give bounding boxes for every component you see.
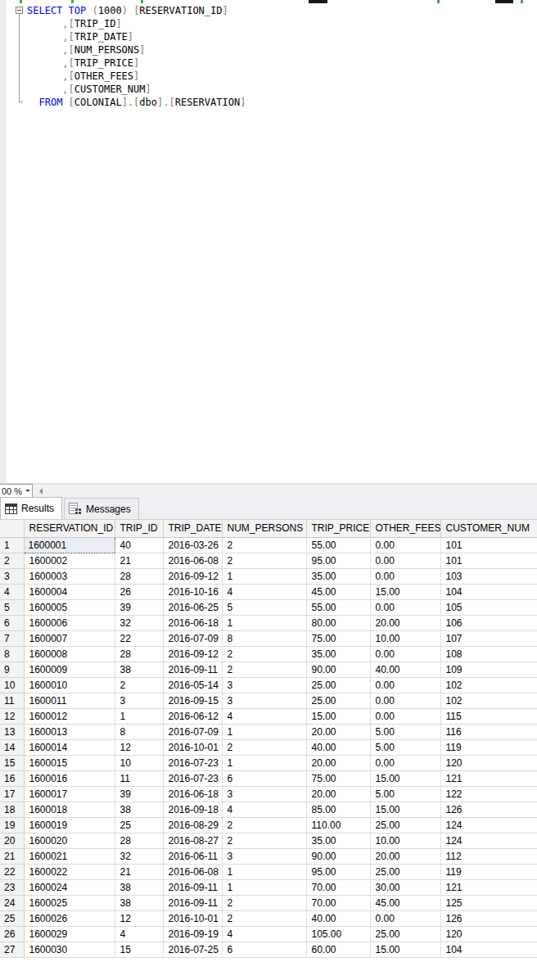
grid-cell[interactable]: 35.00 xyxy=(306,646,370,662)
grid-cell[interactable]: 126 xyxy=(440,802,537,817)
grid-cell[interactable]: 1600008 xyxy=(24,646,115,662)
grid-cell[interactable]: 1600012 xyxy=(24,708,115,724)
grid-cell[interactable]: 40.00 xyxy=(370,662,440,677)
row-number[interactable]: 5 xyxy=(0,599,24,615)
grid-cell[interactable]: 55.00 xyxy=(306,599,370,615)
row-number[interactable]: 10 xyxy=(0,677,24,693)
editor-zoom-select[interactable]: 00 % xyxy=(0,484,33,498)
row-number[interactable]: 7 xyxy=(0,630,24,646)
grid-cell[interactable]: 2 xyxy=(222,910,306,926)
grid-cell[interactable]: 20.00 xyxy=(370,615,440,630)
grid-cell[interactable]: 1 xyxy=(222,755,306,770)
grid-cell[interactable]: 0.00 xyxy=(370,568,440,584)
grid-cell[interactable]: 2016-07-23 xyxy=(163,755,222,770)
grid-cell[interactable]: 70.00 xyxy=(306,879,370,895)
grid-cell[interactable]: 11 xyxy=(115,770,163,786)
grid-cell[interactable]: 2016-09-11 xyxy=(163,662,222,677)
grid-cell[interactable]: 2 xyxy=(222,553,306,568)
grid-cell[interactable]: 4 xyxy=(222,708,306,724)
row-number[interactable]: 20 xyxy=(0,833,24,848)
grid-cell[interactable]: 1 xyxy=(222,568,306,584)
grid-cell[interactable]: 20.00 xyxy=(370,848,440,864)
tab-messages[interactable]: Messages xyxy=(64,498,139,519)
grid-cell[interactable]: 120 xyxy=(440,926,537,942)
row-number[interactable]: 16 xyxy=(0,770,24,786)
grid-cell[interactable]: 2016-06-12 xyxy=(163,708,222,724)
grid-cell[interactable]: 110.00 xyxy=(306,817,370,833)
row-number[interactable]: 8 xyxy=(0,646,24,662)
grid-cell[interactable]: 15.00 xyxy=(370,770,440,786)
grid-cell[interactable]: 12 xyxy=(115,910,163,926)
row-number[interactable]: 25 xyxy=(0,910,24,926)
grid-cell[interactable]: 102 xyxy=(440,677,537,693)
grid-cell[interactable]: 1600017 xyxy=(24,786,115,802)
grid-cell[interactable]: 126 xyxy=(440,910,537,926)
grid-cell[interactable]: 25.00 xyxy=(370,926,440,942)
grid-cell[interactable]: 39 xyxy=(115,786,163,802)
row-number[interactable]: 1 xyxy=(0,537,24,553)
grid-cell[interactable]: 122 xyxy=(440,786,537,802)
grid-cell[interactable]: 1 xyxy=(222,724,306,739)
grid-cell[interactable]: 2 xyxy=(115,677,163,693)
grid-cell[interactable]: 121 xyxy=(440,770,537,786)
grid-cell[interactable]: 4 xyxy=(115,926,163,942)
grid-cell[interactable]: 60.00 xyxy=(306,942,370,957)
grid-cell[interactable]: 125 xyxy=(440,895,537,910)
grid-cell[interactable]: 101 xyxy=(440,553,537,568)
grid-cell[interactable]: 2 xyxy=(222,895,306,910)
grid-cell[interactable]: 35.00 xyxy=(306,833,370,848)
grid-cell[interactable]: 6 xyxy=(222,942,306,957)
grid-cell[interactable]: 2016-10-16 xyxy=(163,584,222,599)
grid-cell[interactable]: 21 xyxy=(115,864,163,879)
grid-cell[interactable]: 32 xyxy=(115,615,163,630)
grid-cell[interactable]: 1600025 xyxy=(24,895,115,910)
grid-cell[interactable]: 2016-08-27 xyxy=(163,833,222,848)
grid-cell[interactable]: 15 xyxy=(115,942,163,957)
grid-cell[interactable]: 0.00 xyxy=(370,708,440,724)
grid-cell[interactable]: 1600018 xyxy=(24,802,115,817)
grid-cell[interactable]: 15.00 xyxy=(370,584,440,599)
grid-cell[interactable]: 115 xyxy=(440,708,537,724)
grid-cell[interactable]: 2 xyxy=(222,537,306,553)
row-number[interactable]: 15 xyxy=(0,755,24,770)
tab-results[interactable]: Results xyxy=(0,497,62,519)
grid-cell[interactable]: 3 xyxy=(115,693,163,708)
grid-cell[interactable]: 1600019 xyxy=(24,817,115,833)
column-header-other_fees[interactable]: OTHER_FEES xyxy=(370,520,440,537)
grid-cell[interactable]: 1600004 xyxy=(24,584,115,599)
grid-cell[interactable]: 21 xyxy=(115,553,163,568)
grid-cell[interactable]: 2016-06-11 xyxy=(163,848,222,864)
grid-cell[interactable]: 2016-09-18 xyxy=(163,802,222,817)
grid-cell[interactable]: 2016-07-09 xyxy=(163,630,222,646)
grid-cell[interactable]: 2016-08-29 xyxy=(163,817,222,833)
grid-cell[interactable]: 121 xyxy=(440,879,537,895)
grid-cell[interactable]: 95.00 xyxy=(306,553,370,568)
column-header-reservation_id[interactable]: RESERVATION_ID xyxy=(24,520,115,537)
row-number[interactable]: 12 xyxy=(0,708,24,724)
grid-cell[interactable]: 25.00 xyxy=(370,817,440,833)
grid-cell[interactable]: 15.00 xyxy=(306,708,370,724)
grid-cell[interactable]: 85.00 xyxy=(306,802,370,817)
grid-cell[interactable]: 112 xyxy=(440,848,537,864)
grid-cell[interactable]: 3 xyxy=(222,693,306,708)
grid-cell[interactable]: 95.00 xyxy=(306,864,370,879)
grid-cell[interactable]: 3 xyxy=(222,848,306,864)
grid-cell[interactable]: 108 xyxy=(440,646,537,662)
grid-cell[interactable]: 1600030 xyxy=(24,942,115,957)
grid-cell[interactable]: 8 xyxy=(222,630,306,646)
grid-cell[interactable]: 25 xyxy=(115,817,163,833)
grid-cell[interactable]: 2016-09-11 xyxy=(163,895,222,910)
grid-cell[interactable]: 0.00 xyxy=(370,537,440,553)
grid-cell[interactable]: 28 xyxy=(115,646,163,662)
grid-cell[interactable]: 2016-09-11 xyxy=(163,879,222,895)
grid-cell[interactable]: 1600009 xyxy=(24,662,115,677)
grid-cell[interactable]: 38 xyxy=(115,879,163,895)
grid-cell[interactable]: 1 xyxy=(222,879,306,895)
grid-cell[interactable]: 103 xyxy=(440,568,537,584)
grid-cell[interactable]: 38 xyxy=(115,802,163,817)
grid-cell[interactable]: 0.00 xyxy=(370,693,440,708)
grid-cell[interactable]: 6 xyxy=(222,770,306,786)
grid-cell[interactable]: 1 xyxy=(115,708,163,724)
grid-cell[interactable]: 1600006 xyxy=(24,615,115,630)
grid-cell[interactable]: 1600024 xyxy=(24,879,115,895)
